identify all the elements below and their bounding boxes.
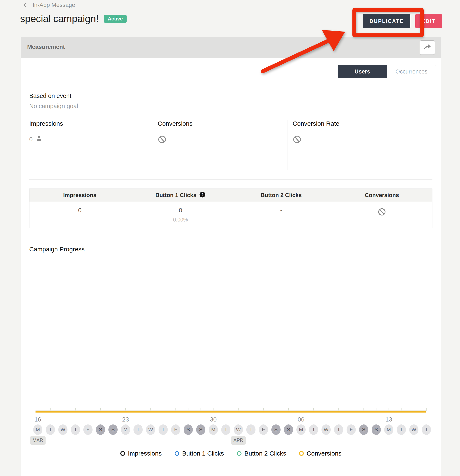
axis-day: M <box>121 425 130 435</box>
metrics-table-header: Impressions Button 1 Clicks ? Button 2 C… <box>29 189 432 202</box>
axis-day: M <box>33 425 43 435</box>
axis-day: F <box>83 425 93 435</box>
chart-week-labels: 1623300613 <box>32 416 433 424</box>
axis-day: T <box>334 425 343 435</box>
users-occurrences-toggle: Users Occurrences <box>338 65 436 78</box>
stat-conversion-rate: Conversion Rate <box>293 120 339 145</box>
divider <box>29 238 433 238</box>
axis-day: T <box>46 425 55 435</box>
axis-day: M <box>209 425 218 435</box>
axis-day: S <box>184 425 193 435</box>
help-icon[interactable]: ? <box>199 191 206 199</box>
col-button1-clicks: Button 1 Clicks ? <box>130 189 231 202</box>
goal-title: Based on event <box>29 93 78 99</box>
axis-week-label: 30 <box>207 416 220 423</box>
axis-day: S <box>96 425 105 435</box>
stat-impressions-label: Impressions <box>29 120 63 127</box>
axis-week-label: 13 <box>382 416 395 423</box>
axis-tick <box>426 408 426 411</box>
axis-month-label: APR <box>231 436 246 445</box>
legend-button1-clicks[interactable]: Button 1 Clicks <box>175 450 224 457</box>
toggle-users[interactable]: Users <box>338 65 387 78</box>
measurement-header-bar: Measurement <box>21 37 441 58</box>
stat-conversion-rate-label: Conversion Rate <box>293 120 339 127</box>
share-button[interactable] <box>420 40 435 55</box>
stat-impressions: Impressions 0 <box>29 120 63 144</box>
legend-impressions[interactable]: Impressions <box>120 450 162 457</box>
person-icon <box>35 135 43 144</box>
axis-day: T <box>133 425 143 435</box>
axis-day: S <box>284 425 293 435</box>
cell-impressions: 0 <box>78 207 81 214</box>
axis-day: T <box>221 425 230 435</box>
metrics-table-row: 0 0 0.00% - <box>29 202 432 228</box>
axis-day: M <box>384 425 393 435</box>
axis-day: W <box>321 425 331 435</box>
axis-day: W <box>409 425 418 435</box>
breadcrumb: In-App Message <box>23 2 75 8</box>
stat-conversions-label: Conversions <box>158 120 193 127</box>
edit-button[interactable]: EDIT <box>415 14 442 28</box>
page-title: special campaign! <box>20 13 99 25</box>
axis-day: T <box>397 425 406 435</box>
measurement-title: Measurement <box>27 44 65 50</box>
axis-day: T <box>309 425 318 435</box>
stats-row: Impressions 0 Conversions Convers <box>21 120 441 170</box>
stat-conversions: Conversions <box>158 120 193 145</box>
axis-day: S <box>196 425 205 435</box>
axis-day: T <box>422 425 431 435</box>
campaign-progress-title: Campaign Progress <box>29 246 85 253</box>
status-badge: Active <box>104 15 127 23</box>
blocked-icon <box>158 135 166 145</box>
share-icon <box>424 44 431 51</box>
axis-day: F <box>171 425 180 435</box>
conversions-line <box>35 411 426 413</box>
measurement-panel: Measurement Users Occurrences Based on e… <box>21 37 441 476</box>
axis-day: T <box>158 425 168 435</box>
chart-month-labels: MARAPR <box>32 436 433 444</box>
duplicate-button[interactable]: DUPLICATE <box>363 14 410 28</box>
col-conversions: Conversions <box>331 189 432 202</box>
stat-impressions-value: 0 <box>29 136 33 143</box>
toggle-occurrences[interactable]: Occurrences <box>387 65 436 78</box>
col-button2-clicks: Button 2 Clicks <box>231 189 331 202</box>
impressions-ring-icon <box>120 451 125 456</box>
axis-day: F <box>347 425 356 435</box>
blocked-icon <box>293 135 302 145</box>
axis-day: W <box>146 425 155 435</box>
breadcrumb-label[interactable]: In-App Message <box>33 2 75 8</box>
axis-day: S <box>108 425 118 435</box>
axis-day: S <box>359 425 368 435</box>
axis-day: W <box>58 425 68 435</box>
button1-ring-icon <box>175 451 179 456</box>
chart-legend: Impressions Button 1 Clicks Button 2 Cli… <box>21 450 441 457</box>
axis-day: S <box>372 425 381 435</box>
axis-day: T <box>246 425 255 435</box>
goal-subtitle: No campaign goal <box>29 103 78 110</box>
stats-divider <box>287 120 287 170</box>
metrics-table: Impressions Button 1 Clicks ? Button 2 C… <box>29 188 433 228</box>
col-impressions: Impressions <box>29 189 130 202</box>
axis-day: W <box>234 425 243 435</box>
back-chevron-icon[interactable] <box>23 2 28 8</box>
conversions-ring-icon <box>299 451 304 456</box>
cell-button1: 0 <box>179 207 182 214</box>
cell-button1-pct: 0.00% <box>173 217 188 223</box>
axis-week-label: 06 <box>295 416 307 423</box>
axis-day: T <box>71 425 80 435</box>
axis-day: F <box>259 425 268 435</box>
app-screen: In-App Message special campaign! Active … <box>0 0 460 476</box>
divider <box>29 179 433 179</box>
axis-week-label: 16 <box>32 416 44 423</box>
button2-ring-icon <box>237 451 242 456</box>
legend-conversions[interactable]: Conversions <box>299 450 342 457</box>
axis-days: MTWTFSSMTWTFSSMTWTFSSMTWTFSSMTWT <box>32 425 433 435</box>
legend-button2-clicks[interactable]: Button 2 Clicks <box>237 450 286 457</box>
axis-month-label: MAR <box>30 436 45 445</box>
blocked-icon <box>378 208 386 217</box>
axis-week-label: 23 <box>119 416 132 423</box>
axis-day: M <box>296 425 306 435</box>
svg-text:?: ? <box>201 192 204 197</box>
cell-button2: - <box>280 207 282 214</box>
axis-day: S <box>271 425 281 435</box>
